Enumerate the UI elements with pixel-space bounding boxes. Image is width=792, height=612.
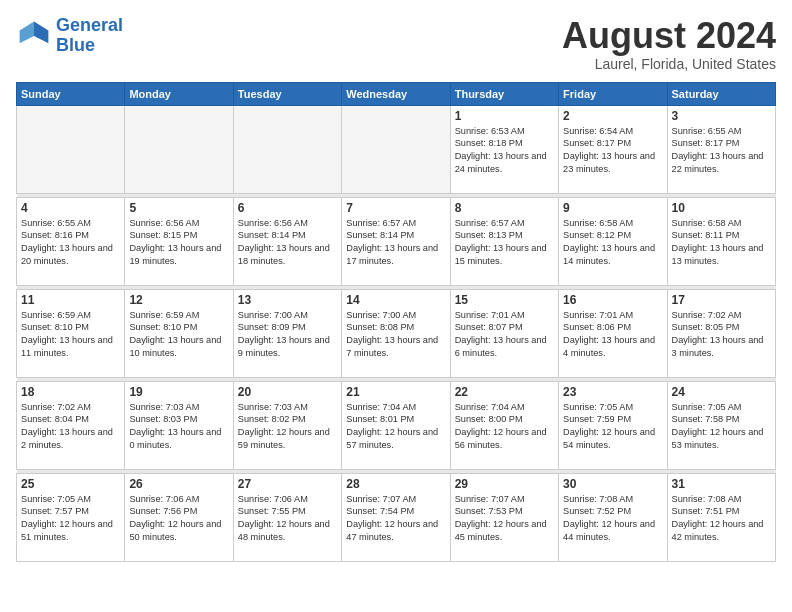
table-row: 8Sunrise: 6:57 AM Sunset: 8:13 PM Daylig… xyxy=(450,197,558,285)
location: Laurel, Florida, United States xyxy=(562,56,776,72)
table-row: 10Sunrise: 6:58 AM Sunset: 8:11 PM Dayli… xyxy=(667,197,775,285)
day-number: 28 xyxy=(346,477,445,491)
day-info: Sunrise: 7:03 AM Sunset: 8:02 PM Dayligh… xyxy=(238,401,337,453)
day-info: Sunrise: 7:02 AM Sunset: 8:04 PM Dayligh… xyxy=(21,401,120,453)
day-number: 23 xyxy=(563,385,662,399)
day-number: 6 xyxy=(238,201,337,215)
day-info: Sunrise: 6:58 AM Sunset: 8:11 PM Dayligh… xyxy=(672,217,771,269)
day-info: Sunrise: 7:08 AM Sunset: 7:51 PM Dayligh… xyxy=(672,493,771,545)
day-number: 2 xyxy=(563,109,662,123)
day-info: Sunrise: 6:58 AM Sunset: 8:12 PM Dayligh… xyxy=(563,217,662,269)
table-row: 12Sunrise: 6:59 AM Sunset: 8:10 PM Dayli… xyxy=(125,289,233,377)
day-info: Sunrise: 7:05 AM Sunset: 7:57 PM Dayligh… xyxy=(21,493,120,545)
day-number: 16 xyxy=(563,293,662,307)
day-number: 27 xyxy=(238,477,337,491)
table-row: 2Sunrise: 6:54 AM Sunset: 8:17 PM Daylig… xyxy=(559,105,667,193)
day-info: Sunrise: 7:04 AM Sunset: 8:01 PM Dayligh… xyxy=(346,401,445,453)
day-info: Sunrise: 7:06 AM Sunset: 7:55 PM Dayligh… xyxy=(238,493,337,545)
day-info: Sunrise: 7:08 AM Sunset: 7:52 PM Dayligh… xyxy=(563,493,662,545)
table-row: 31Sunrise: 7:08 AM Sunset: 7:51 PM Dayli… xyxy=(667,473,775,561)
month-title: August 2024 xyxy=(562,16,776,56)
table-row: 5Sunrise: 6:56 AM Sunset: 8:15 PM Daylig… xyxy=(125,197,233,285)
day-info: Sunrise: 6:59 AM Sunset: 8:10 PM Dayligh… xyxy=(129,309,228,361)
table-row: 13Sunrise: 7:00 AM Sunset: 8:09 PM Dayli… xyxy=(233,289,341,377)
table-row: 22Sunrise: 7:04 AM Sunset: 8:00 PM Dayli… xyxy=(450,381,558,469)
day-info: Sunrise: 7:03 AM Sunset: 8:03 PM Dayligh… xyxy=(129,401,228,453)
table-row: 1Sunrise: 6:53 AM Sunset: 8:18 PM Daylig… xyxy=(450,105,558,193)
table-row: 7Sunrise: 6:57 AM Sunset: 8:14 PM Daylig… xyxy=(342,197,450,285)
calendar-header-row: Sunday Monday Tuesday Wednesday Thursday… xyxy=(17,82,776,105)
day-number: 30 xyxy=(563,477,662,491)
day-number: 8 xyxy=(455,201,554,215)
col-sunday: Sunday xyxy=(17,82,125,105)
calendar-week-3: 11Sunrise: 6:59 AM Sunset: 8:10 PM Dayli… xyxy=(17,289,776,377)
calendar-week-2: 4Sunrise: 6:55 AM Sunset: 8:16 PM Daylig… xyxy=(17,197,776,285)
day-number: 3 xyxy=(672,109,771,123)
day-number: 4 xyxy=(21,201,120,215)
day-number: 7 xyxy=(346,201,445,215)
day-number: 10 xyxy=(672,201,771,215)
day-number: 25 xyxy=(21,477,120,491)
day-info: Sunrise: 7:01 AM Sunset: 8:07 PM Dayligh… xyxy=(455,309,554,361)
day-number: 29 xyxy=(455,477,554,491)
table-row: 23Sunrise: 7:05 AM Sunset: 7:59 PM Dayli… xyxy=(559,381,667,469)
day-number: 12 xyxy=(129,293,228,307)
day-info: Sunrise: 6:53 AM Sunset: 8:18 PM Dayligh… xyxy=(455,125,554,177)
day-info: Sunrise: 6:56 AM Sunset: 8:14 PM Dayligh… xyxy=(238,217,337,269)
logo-icon xyxy=(16,18,52,54)
col-tuesday: Tuesday xyxy=(233,82,341,105)
calendar-week-5: 25Sunrise: 7:05 AM Sunset: 7:57 PM Dayli… xyxy=(17,473,776,561)
day-number: 5 xyxy=(129,201,228,215)
page: General Blue August 2024 Laurel, Florida… xyxy=(0,0,792,612)
table-row: 6Sunrise: 6:56 AM Sunset: 8:14 PM Daylig… xyxy=(233,197,341,285)
logo-text: General Blue xyxy=(56,16,123,56)
day-info: Sunrise: 7:02 AM Sunset: 8:05 PM Dayligh… xyxy=(672,309,771,361)
table-row: 30Sunrise: 7:08 AM Sunset: 7:52 PM Dayli… xyxy=(559,473,667,561)
day-info: Sunrise: 6:55 AM Sunset: 8:16 PM Dayligh… xyxy=(21,217,120,269)
table-row: 25Sunrise: 7:05 AM Sunset: 7:57 PM Dayli… xyxy=(17,473,125,561)
day-info: Sunrise: 6:57 AM Sunset: 8:13 PM Dayligh… xyxy=(455,217,554,269)
table-row: 11Sunrise: 6:59 AM Sunset: 8:10 PM Dayli… xyxy=(17,289,125,377)
day-info: Sunrise: 7:07 AM Sunset: 7:54 PM Dayligh… xyxy=(346,493,445,545)
col-monday: Monday xyxy=(125,82,233,105)
day-info: Sunrise: 7:05 AM Sunset: 7:59 PM Dayligh… xyxy=(563,401,662,453)
logo: General Blue xyxy=(16,16,123,56)
table-row: 27Sunrise: 7:06 AM Sunset: 7:55 PM Dayli… xyxy=(233,473,341,561)
day-number: 19 xyxy=(129,385,228,399)
day-number: 18 xyxy=(21,385,120,399)
table-row: 16Sunrise: 7:01 AM Sunset: 8:06 PM Dayli… xyxy=(559,289,667,377)
table-row: 3Sunrise: 6:55 AM Sunset: 8:17 PM Daylig… xyxy=(667,105,775,193)
table-row: 17Sunrise: 7:02 AM Sunset: 8:05 PM Dayli… xyxy=(667,289,775,377)
logo-line2: Blue xyxy=(56,35,95,55)
day-number: 17 xyxy=(672,293,771,307)
table-row: 9Sunrise: 6:58 AM Sunset: 8:12 PM Daylig… xyxy=(559,197,667,285)
day-number: 14 xyxy=(346,293,445,307)
table-row xyxy=(17,105,125,193)
day-number: 24 xyxy=(672,385,771,399)
table-row: 26Sunrise: 7:06 AM Sunset: 7:56 PM Dayli… xyxy=(125,473,233,561)
table-row: 15Sunrise: 7:01 AM Sunset: 8:07 PM Dayli… xyxy=(450,289,558,377)
day-number: 1 xyxy=(455,109,554,123)
table-row: 24Sunrise: 7:05 AM Sunset: 7:58 PM Dayli… xyxy=(667,381,775,469)
day-number: 9 xyxy=(563,201,662,215)
table-row xyxy=(342,105,450,193)
day-info: Sunrise: 7:01 AM Sunset: 8:06 PM Dayligh… xyxy=(563,309,662,361)
day-number: 11 xyxy=(21,293,120,307)
day-info: Sunrise: 6:56 AM Sunset: 8:15 PM Dayligh… xyxy=(129,217,228,269)
day-info: Sunrise: 6:55 AM Sunset: 8:17 PM Dayligh… xyxy=(672,125,771,177)
calendar: Sunday Monday Tuesday Wednesday Thursday… xyxy=(16,82,776,562)
day-number: 20 xyxy=(238,385,337,399)
title-block: August 2024 Laurel, Florida, United Stat… xyxy=(562,16,776,72)
table-row xyxy=(125,105,233,193)
day-number: 26 xyxy=(129,477,228,491)
col-thursday: Thursday xyxy=(450,82,558,105)
table-row: 18Sunrise: 7:02 AM Sunset: 8:04 PM Dayli… xyxy=(17,381,125,469)
day-info: Sunrise: 6:57 AM Sunset: 8:14 PM Dayligh… xyxy=(346,217,445,269)
day-info: Sunrise: 6:54 AM Sunset: 8:17 PM Dayligh… xyxy=(563,125,662,177)
day-number: 21 xyxy=(346,385,445,399)
col-saturday: Saturday xyxy=(667,82,775,105)
day-info: Sunrise: 7:06 AM Sunset: 7:56 PM Dayligh… xyxy=(129,493,228,545)
calendar-week-1: 1Sunrise: 6:53 AM Sunset: 8:18 PM Daylig… xyxy=(17,105,776,193)
svg-marker-1 xyxy=(20,21,34,43)
table-row: 21Sunrise: 7:04 AM Sunset: 8:01 PM Dayli… xyxy=(342,381,450,469)
